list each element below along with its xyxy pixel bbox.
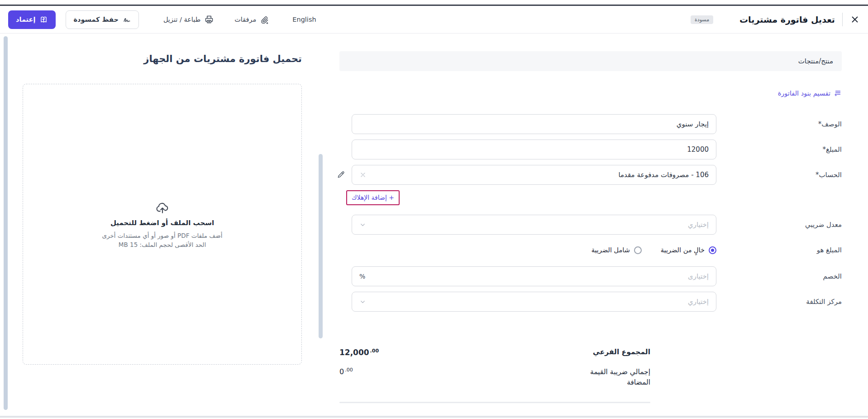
dropzone-size-limit: الحد الأقصى لحجم الملف: 15 MB xyxy=(119,241,206,248)
radio-tax-exclusive-label: خالٍ من الضريبة xyxy=(661,246,705,254)
amount-input[interactable] xyxy=(352,140,716,159)
close-icon xyxy=(850,14,860,24)
top-gap xyxy=(0,0,868,5)
percent-suffix: % xyxy=(359,273,365,280)
radio-selected-icon xyxy=(709,246,716,254)
tax-rate-select[interactable]: إختياري xyxy=(352,215,716,235)
amount-is-radio-group: خالٍ من الضريبة شامل الضريبة xyxy=(352,246,716,254)
radio-tax-exclusive[interactable]: خالٍ من الضريبة xyxy=(661,246,716,254)
upload-panel-title: تحميل فاتورة مشتريات من الجهاز xyxy=(23,53,302,64)
radio-tax-inclusive-label: شامل الضريبة xyxy=(591,246,630,254)
language-toggle[interactable]: English xyxy=(292,16,316,23)
totals-section: المجموع الفرعي 12,000.00 إجمالي ضريبة ال… xyxy=(339,348,650,403)
dropzone-title: اسحب الملف أو اضغط للتحميل xyxy=(110,219,214,227)
header-divider xyxy=(842,13,843,26)
discount-row: الخصم % xyxy=(339,266,842,286)
split-invoice-items-label: تقسيم بنود الفاتورة xyxy=(778,90,830,97)
subtotal-row: المجموع الفرعي 12,000.00 xyxy=(339,348,650,357)
description-input[interactable] xyxy=(352,114,716,134)
tax-rate-placeholder: إختياري xyxy=(688,221,709,229)
vat-total-row: إجمالي ضريبة القيمة المضافة 0.00 xyxy=(339,367,650,387)
account-row: الحساب* 106 - مصروفات مدفوعة مقدما xyxy=(339,165,842,185)
subtotal-label: المجموع الفرعي xyxy=(593,348,650,356)
cost-center-placeholder: إختياري xyxy=(688,298,709,306)
tax-rate-row: معدل ضريبي إختياري xyxy=(339,215,842,235)
cost-center-row: مركز التكلفة إختياري xyxy=(339,292,842,312)
add-depreciation-row: + إضافة الإهلاك xyxy=(339,190,842,205)
save-draft-button[interactable]: حفظ كمسودة xyxy=(66,10,138,29)
page-bottom-edge xyxy=(0,416,868,418)
page-title: تعديل فاتورة مشتريات xyxy=(739,14,835,24)
add-depreciation-label: + إضافة الإهلاك xyxy=(352,194,394,201)
vat-total-value: 0.00 xyxy=(339,367,353,376)
print-download-label: طباعة / تنزيل xyxy=(163,16,200,23)
discount-label: الخصم xyxy=(716,272,842,280)
form-scrollbar[interactable] xyxy=(319,154,323,338)
cloud-upload-icon xyxy=(155,201,170,215)
clear-account-icon[interactable] xyxy=(359,171,367,178)
subtotal-value: 12,000.00 xyxy=(339,348,379,357)
split-invoice-items-link[interactable]: تقسيم بنود الفاتورة xyxy=(778,89,842,97)
status-badge: مسودة xyxy=(691,15,713,24)
vat-total-label: إجمالي ضريبة القيمة المضافة xyxy=(569,367,650,387)
radio-unselected-icon xyxy=(634,246,642,254)
description-row: الوصف* xyxy=(339,114,842,134)
approve-button[interactable]: إعتماد xyxy=(8,10,56,29)
dropzone-hint: أضف ملفات PDF أو صور أو أي مستندات أخرى xyxy=(102,232,222,239)
invoice-form-panel: منتج/منتجات تقسيم بنود الفاتورة الوصف* ا… xyxy=(313,34,868,416)
description-label: الوصف* xyxy=(716,120,842,128)
amount-is-row: المبلغ هو خالٍ من الضريبة شامل الضريبة xyxy=(339,246,842,254)
cost-center-select[interactable]: إختياري xyxy=(352,292,716,312)
signature-icon xyxy=(123,15,131,24)
save-draft-label: حفظ كمسودة xyxy=(73,16,118,23)
attachments-label: مرفقات xyxy=(234,16,256,23)
page-scrollbar[interactable] xyxy=(4,36,8,410)
file-dropzone[interactable]: اسحب الملف أو اضغط للتحميل أضف ملفات PDF… xyxy=(23,84,302,365)
paperclip-plus-icon xyxy=(260,15,269,24)
upload-panel: تحميل فاتورة مشتريات من الجهاز اسحب المل… xyxy=(0,34,313,416)
amount-label: المبلغ* xyxy=(716,145,842,154)
products-section-header: منتج/منتجات xyxy=(339,51,842,71)
approve-label: إعتماد xyxy=(16,16,35,23)
discount-input[interactable] xyxy=(365,272,709,280)
amount-is-label: المبلغ هو xyxy=(716,246,842,254)
cost-center-label: مركز التكلفة xyxy=(716,298,842,306)
discount-field[interactable]: % xyxy=(352,266,716,286)
printer-download-icon xyxy=(205,15,214,24)
main-content: منتج/منتجات تقسيم بنود الفاتورة الوصف* ا… xyxy=(0,34,868,416)
depreciation-cell: + إضافة الإهلاك xyxy=(352,190,716,205)
account-label: الحساب* xyxy=(716,171,842,179)
print-download-button[interactable]: طباعة / تنزيل xyxy=(163,15,214,24)
account-select[interactable]: 106 - مصروفات مدفوعة مقدما xyxy=(352,165,716,185)
chevron-down-icon xyxy=(359,299,366,305)
amount-row: المبلغ* xyxy=(339,140,842,159)
header: تعديل فاتورة مشتريات مسودة English مرفقا… xyxy=(0,6,868,34)
chevron-down-icon xyxy=(359,222,366,228)
radio-tax-inclusive[interactable]: شامل الضريبة xyxy=(591,246,642,254)
close-button[interactable] xyxy=(850,14,860,24)
tax-rate-label: معدل ضريبي xyxy=(716,221,842,229)
list-plus-icon xyxy=(834,89,842,97)
edit-purchase-invoice-modal: تعديل فاتورة مشتريات مسودة English مرفقا… xyxy=(0,0,868,419)
attachments-button[interactable]: مرفقات xyxy=(234,15,269,24)
products-section-title: منتج/منتجات xyxy=(798,57,833,65)
totals-divider xyxy=(339,402,650,403)
account-value: 106 - مصروفات مدفوعة مقدما xyxy=(619,171,709,179)
book-check-icon xyxy=(39,15,48,24)
edit-account-pencil-icon[interactable] xyxy=(337,170,346,179)
add-depreciation-button[interactable]: + إضافة الإهلاك xyxy=(346,190,400,205)
